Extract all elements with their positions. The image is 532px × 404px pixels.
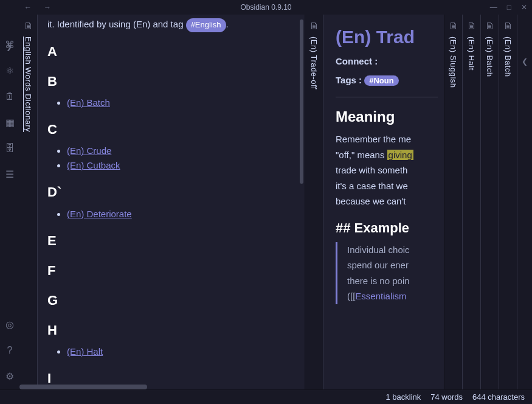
highlighted-text: giving [387, 150, 413, 160]
section-heading: E [47, 230, 295, 251]
scrollbar[interactable] [300, 19, 303, 184]
nav-back-icon[interactable]: ← [24, 3, 32, 12]
tab-label: (En) Trade-off [309, 37, 319, 89]
list-item: (En) Batch [67, 96, 295, 110]
document-icon: 🗎 [485, 21, 495, 32]
example-heading: ## Example [336, 220, 438, 236]
close-icon[interactable]: ✕ [521, 3, 527, 12]
status-words: 74 words [430, 392, 463, 402]
nav-forward-icon[interactable]: → [44, 3, 51, 12]
list-item: (En) Cutback [67, 158, 295, 173]
another-vault-icon[interactable]: ◎ [5, 319, 14, 330]
templates-icon[interactable]: ▦ [5, 117, 15, 128]
meaning-body: Remember the me "off," means giving trad… [336, 131, 438, 209]
word-link[interactable]: (En) Batch [67, 97, 110, 108]
section-heading: B [47, 71, 295, 92]
list-item: (En) Crude [67, 144, 295, 158]
status-chars: 644 characters [472, 392, 525, 402]
intro-text: it. Identified by using (En) and tag #En… [47, 17, 295, 32]
section-heading: H [47, 319, 295, 341]
tab-tradeoff[interactable]: 🗎 (En) Trade-off [305, 15, 323, 389]
tab-label: (En) Halt [467, 37, 476, 71]
tab-stacked[interactable]: 🗎(En) Sluggish [444, 15, 463, 389]
daily-note-icon[interactable]: 🗓 [5, 91, 15, 102]
command-palette-icon[interactable]: ☰ [5, 169, 14, 180]
tab-stacked[interactable]: 🗎(En) Batch [499, 15, 517, 389]
list-item: (En) Deteriorate [67, 207, 295, 221]
document-icon: 🗎 [503, 21, 513, 32]
editor-pane-note: (En) Trad Connect : Tags : #Noun Meaning… [323, 15, 444, 389]
tab-dictionary[interactable]: 🗎 English Words Dictionary [19, 15, 38, 389]
word-link[interactable]: (En) Crude [67, 145, 111, 156]
tab-label: (En) Batch [503, 37, 513, 77]
settings-icon[interactable]: ⚙ [5, 371, 14, 382]
tab-label: (En) Sluggish [449, 37, 458, 88]
editor-pane-dictionary: it. Identified by using (En) and tag #En… [38, 15, 305, 389]
tab-stacked[interactable]: 🗎(En) Batch [481, 15, 499, 389]
list-item: (En) Halt [67, 344, 295, 359]
section-heading: G [47, 290, 295, 311]
word-link[interactable]: (En) Deteriorate [67, 209, 132, 219]
section-heading: C [47, 119, 295, 140]
minimize-icon[interactable]: — [490, 3, 497, 12]
tab-label: (En) Batch [485, 37, 494, 77]
section-heading: D` [47, 181, 295, 203]
statusbar: 1 backlink 74 words 644 characters [0, 389, 532, 404]
app-title: Obsidian 0.9.10 [240, 3, 291, 12]
tags-row: Tags : #Noun [336, 75, 438, 86]
tab-stacked[interactable]: 🗎(En) Halt [463, 15, 481, 389]
word-link[interactable]: (En) Halt [67, 346, 103, 357]
meaning-heading: Meaning [336, 108, 438, 125]
word-link[interactable]: (En) Cutback [67, 160, 120, 170]
maximize-icon[interactable]: □ [507, 3, 511, 12]
status-backlinks[interactable]: 1 backlink [385, 392, 421, 402]
expand-sidebar-icon[interactable]: ❯ [6, 43, 12, 51]
tab-label: English Words Dictionary [24, 37, 33, 132]
document-icon: 🗎 [24, 21, 33, 32]
help-icon[interactable]: ? [7, 345, 13, 356]
tag-noun[interactable]: #Noun [364, 75, 398, 86]
section-heading: A [47, 41, 295, 62]
connect-row: Connect : [336, 56, 438, 66]
section-heading: F [47, 260, 295, 281]
open-vault-icon[interactable]: 🗄 [5, 143, 15, 154]
graph-view-icon[interactable]: ⚛ [5, 65, 14, 77]
document-icon: 🗎 [309, 21, 319, 32]
example-quote: Individual choic spend our ener there is… [336, 242, 438, 304]
horizontal-scrollbar[interactable] [19, 385, 147, 389]
note-title: (En) Trad [336, 27, 438, 47]
tag-english[interactable]: #English [186, 18, 226, 32]
link-essentialism[interactable]: Essentialism [355, 291, 406, 301]
expand-right-sidebar-icon[interactable]: ❮ [522, 57, 528, 66]
titlebar: ← → Obsidian 0.9.10 — □ ✕ [0, 0, 532, 15]
document-icon: 🗎 [467, 21, 477, 32]
left-ribbon: ❯ ⌘ ⚛ 🗓 ▦ 🗄 ☰ ◎ ? ⚙ [0, 15, 19, 389]
divider [336, 97, 438, 97]
document-icon: 🗎 [449, 21, 458, 32]
